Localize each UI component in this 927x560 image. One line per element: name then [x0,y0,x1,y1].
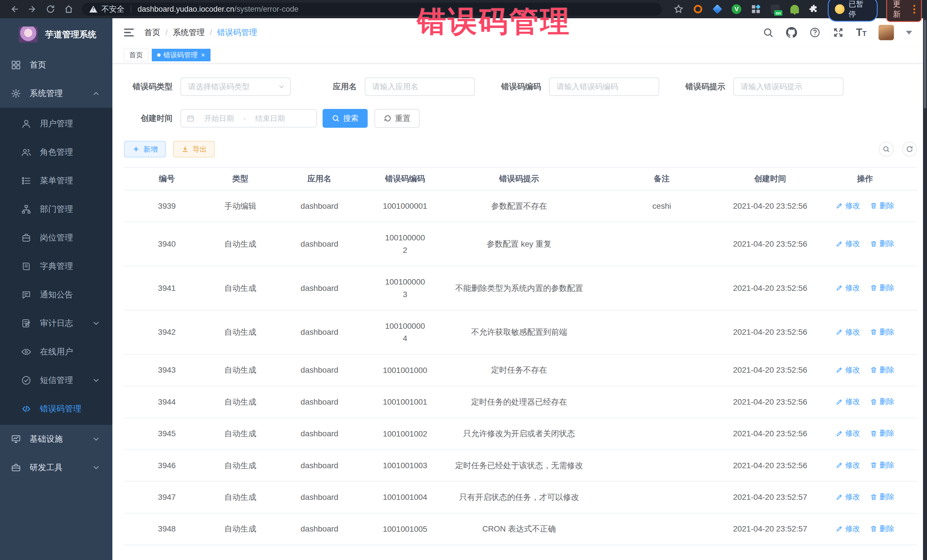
hamburger-icon[interactable] [123,28,135,37]
delete-icon [870,461,877,469]
delete-link[interactable]: 删除 [870,428,895,438]
date-separator: - [243,114,246,123]
sidebar-item-role[interactable]: 角色管理 [0,138,112,167]
app-name-input[interactable] [365,77,475,96]
delete-link[interactable]: 删除 [870,460,895,470]
edit-link[interactable]: 修改 [836,365,860,375]
delete-link[interactable]: 删除 [870,524,895,534]
cell-code: 1001001001 [368,386,442,418]
sidebar-item-menu[interactable]: 菜单管理 [0,167,112,195]
github-icon[interactable] [786,27,797,38]
devtools-icon [11,463,21,473]
sidebar-item-audit-log[interactable]: 审计日志 [0,309,112,338]
sidebar-item-notice[interactable]: 通知公告 [0,281,112,309]
profile-paused-chip[interactable]: 已暂停 [828,0,878,22]
edit-link-label: 修改 [845,428,860,438]
browser-update-button[interactable]: 更新 [886,0,922,22]
breadcrumb-system[interactable]: 系统管理 [160,27,205,38]
sidebar-item-online-user[interactable]: 在线用户 [0,338,112,366]
extension-key-icon[interactable] [789,4,800,15]
delete-link[interactable]: 删除 [870,365,895,375]
bookmark-star-icon[interactable] [673,4,684,15]
browser-menu-icon[interactable] [913,5,915,14]
edit-icon [836,328,843,335]
extension-green-v-icon[interactable]: V [731,4,742,15]
code-line: 1001000001 [371,200,439,212]
help-icon[interactable] [809,27,821,38]
extension-orange-icon[interactable] [693,4,704,15]
address-bar[interactable]: 不安全 dashboard.yudao.iocoder.cn /system/e… [82,3,662,16]
app-logo-row[interactable]: 芋道管理系统 [0,18,112,51]
edit-link[interactable]: 修改 [836,524,860,534]
sidebar-item-devtools[interactable]: 研发工具 [0,453,112,482]
export-button[interactable]: 导出 [173,141,215,157]
delete-link[interactable]: 删除 [870,283,895,293]
edit-link[interactable]: 修改 [836,397,860,407]
font-size-icon[interactable]: TT [856,27,866,38]
edit-link[interactable]: 修改 [836,327,860,337]
sidebar-item-post[interactable]: 岗位管理 [0,223,112,252]
browser-back-button[interactable] [5,1,23,17]
start-date-input[interactable] [198,114,240,123]
breadcrumb-current[interactable]: 错误码管理 [205,27,257,38]
browser-forward-button[interactable] [23,1,42,17]
close-icon[interactable]: × [201,52,205,58]
edit-link[interactable]: 修改 [836,428,860,438]
delete-link-label: 删除 [880,327,895,337]
table-row: 3940自动生成dashboard1001000002参数配置 key 重复20… [124,222,917,266]
extension-gem-icon[interactable] [712,4,723,15]
add-button[interactable]: 新增 [124,141,166,157]
delete-icon [870,493,877,501]
sidebar-item-system[interactable]: 系统管理 [0,79,112,108]
announcement-icon [21,290,31,300]
sidebar-item-label: 基础设施 [30,433,63,445]
date-range-picker[interactable]: - [181,109,317,127]
sidebar-item-dict[interactable]: 字典管理 [0,252,112,281]
fullscreen-icon[interactable] [833,27,844,38]
security-label[interactable]: 不安全 [101,4,125,14]
error-msg-input[interactable] [733,77,843,96]
breadcrumb-home[interactable]: 首页 [144,27,160,38]
edit-link[interactable]: 修改 [836,492,860,502]
error-type-select[interactable] [181,77,291,96]
delete-link[interactable]: 删除 [870,201,895,211]
end-date-input[interactable] [249,114,292,123]
edit-link[interactable]: 修改 [836,460,860,470]
user-avatar[interactable] [878,25,894,40]
edit-link[interactable]: 修改 [836,283,860,293]
cell-operations: 修改删除 [813,513,917,545]
sidebar-item-sms[interactable]: 短信管理 [0,366,112,395]
delete-link[interactable]: 删除 [870,397,895,407]
delete-link[interactable]: 删除 [870,492,895,502]
reset-button[interactable]: 重置 [374,109,419,128]
extension-grid-icon[interactable] [751,4,761,15]
search-icon[interactable] [763,27,774,38]
sidebar-item-user[interactable]: 用户管理 [0,109,112,138]
sidebar-item-dept[interactable]: 部门管理 [0,195,112,223]
cell-id: 3944 [124,386,210,418]
search-button[interactable]: 搜索 [322,109,368,128]
sidebar-item-infra[interactable]: 基础设施 [0,425,112,453]
delete-link[interactable]: 删除 [870,327,895,337]
extensions-puzzle-icon[interactable] [808,4,819,15]
sidebar-item-error-code[interactable]: 错误码管理 [0,395,112,423]
browser-home-button[interactable] [59,1,78,17]
sidebar-item-home[interactable]: 首页 [0,51,112,79]
cell-remark [596,222,727,266]
toggle-search-button[interactable] [879,142,894,156]
online-users-icon [21,347,31,357]
tab-active[interactable]: 错误码管理× [152,49,211,61]
cell-id: 3947 [124,481,210,513]
extension-on-badge-icon[interactable]: on [770,4,781,15]
refresh-table-button[interactable] [902,142,917,156]
edit-link[interactable]: 修改 [836,239,860,249]
sidebar-item-label: 用户管理 [40,118,73,129]
scrollbar-thumb[interactable] [924,20,926,108]
browser-scrollbar[interactable] [923,18,927,560]
edit-link[interactable]: 修改 [836,201,860,211]
browser-reload-button[interactable] [42,1,60,17]
chevron-down-icon[interactable] [906,31,912,35]
error-code-input[interactable] [549,77,659,96]
delete-link[interactable]: 删除 [870,239,895,249]
tab-0[interactable]: 首页 [124,49,148,61]
